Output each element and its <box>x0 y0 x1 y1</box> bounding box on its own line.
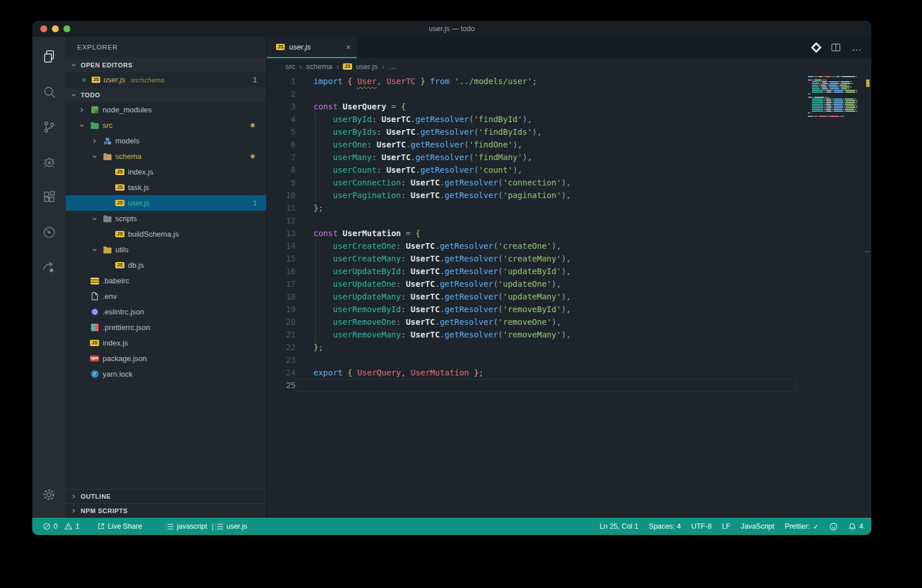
line-number[interactable]: 19 <box>267 303 296 316</box>
breadcrumb-user-js[interactable]: user.js <box>356 62 378 71</box>
line-number[interactable]: 14 <box>267 240 296 252</box>
eol-setting[interactable]: LF <box>722 522 731 530</box>
explorer-icon[interactable] <box>32 43 66 70</box>
line-number[interactable]: 9 <box>267 176 296 189</box>
section-npm-scripts[interactable]: NPM SCRIPTS <box>66 503 266 518</box>
code-line: }; <box>313 341 871 354</box>
tree-item-buildschema-js[interactable]: JSbuildSchema.js <box>66 226 266 242</box>
section-outline[interactable]: OUTLINE <box>66 489 266 503</box>
code-token: ; <box>318 203 323 213</box>
open-editor-user-js[interactable]: × JS user.js src/schema 1 <box>66 72 266 88</box>
line-number[interactable]: 3 <box>267 100 296 113</box>
prettier-status[interactable]: Prettier: ✓ <box>785 522 819 531</box>
line-number[interactable]: 18 <box>267 290 296 303</box>
tree-item-node-modules[interactable]: node_modules <box>66 102 266 117</box>
activity-bar <box>32 37 66 518</box>
live-share-label: Live Share <box>108 522 142 530</box>
code-token <box>313 178 333 187</box>
language-mode[interactable]: JavaScript <box>740 522 774 530</box>
indentation-setting[interactable]: Spaces: 4 <box>649 522 681 530</box>
live-share-activity-icon[interactable] <box>32 253 66 281</box>
tree-item-index-js[interactable]: JSindex.js <box>66 164 266 180</box>
tree-item--prettierrc-json[interactable]: .prettierrc.json <box>66 320 266 335</box>
breadcrumb-symbol[interactable]: … <box>388 62 396 71</box>
tree-item-user-js[interactable]: JSuser.js1 <box>66 195 266 211</box>
tree-item-scripts[interactable]: scripts <box>66 211 266 226</box>
tree-item-yarn-lock[interactable]: yarn.lock <box>66 366 266 382</box>
notifications-bell[interactable]: 4 <box>848 522 863 531</box>
settings-gear-icon[interactable] <box>32 481 66 509</box>
code-editor[interactable]: 1234567891011121314151617181920212223242… <box>267 75 871 518</box>
code-token <box>469 368 474 377</box>
line-number[interactable]: 12 <box>267 214 296 227</box>
problem-badge: 1 <box>253 199 257 207</box>
chevron-spacer <box>77 370 86 379</box>
close-tab-icon[interactable]: × <box>346 42 351 52</box>
line-number[interactable]: 13 <box>267 227 296 240</box>
tree-item-src[interactable]: src <box>66 117 266 133</box>
cursor-position[interactable]: Ln 25, Col 1 <box>599 522 638 530</box>
close-icon[interactable]: × <box>80 75 89 85</box>
javascript-outline-button[interactable]: javascript <box>165 522 207 530</box>
line-number[interactable]: 1 <box>267 75 296 88</box>
code-token: UserTC <box>411 267 440 276</box>
search-icon[interactable] <box>32 78 66 105</box>
line-number[interactable]: 10 <box>267 189 296 202</box>
tree-item-db-js[interactable]: JSdb.js <box>66 257 266 273</box>
problems-status[interactable]: 0 1 <box>43 522 80 530</box>
line-number[interactable]: 5 <box>267 126 296 138</box>
line-number-gutter[interactable]: 1234567891011121314151617181920212223242… <box>267 75 296 518</box>
line-number[interactable]: 4 <box>267 113 296 126</box>
line-number[interactable]: 8 <box>267 164 296 176</box>
debug-icon[interactable] <box>32 148 66 176</box>
line-number[interactable]: 7 <box>267 151 296 164</box>
code-token: : <box>396 317 406 327</box>
chevron-down-icon <box>77 121 86 130</box>
tree-item-task-js[interactable]: JStask.js <box>66 180 266 195</box>
tab-user-js[interactable]: JS user.js × <box>267 37 357 58</box>
breadcrumb-src[interactable]: src <box>285 62 295 71</box>
code-token: : <box>396 241 406 251</box>
line-number[interactable]: 23 <box>267 354 296 366</box>
line-number[interactable]: 17 <box>267 278 296 290</box>
tree-item-package-json[interactable]: npmpackage.json <box>66 351 266 366</box>
line-number[interactable]: 16 <box>267 265 296 278</box>
breadcrumb-schema[interactable]: schema <box>306 62 332 71</box>
source-control-icon[interactable] <box>32 113 66 141</box>
code-token: UserTC <box>381 153 411 162</box>
prettier-icon[interactable] <box>813 44 820 51</box>
tree-item--env[interactable]: .env <box>66 289 266 304</box>
stopwatch-icon[interactable] <box>32 218 66 246</box>
encoding-setting[interactable]: UTF-8 <box>691 522 711 530</box>
code-token: . <box>411 115 415 124</box>
line-number[interactable]: 22 <box>267 341 296 354</box>
line-number[interactable]: 21 <box>267 328 296 341</box>
feedback-smiley-icon[interactable] <box>829 522 838 531</box>
code-token: : <box>377 165 387 174</box>
live-share-button[interactable]: Live Share <box>97 522 142 530</box>
tree-item-index-js[interactable]: JSindex.js <box>66 335 266 351</box>
code-token: ( <box>469 153 474 162</box>
code-token: , <box>401 368 411 377</box>
chevron-right-icon <box>77 105 86 115</box>
line-number[interactable]: 11 <box>267 202 296 214</box>
extensions-icon[interactable] <box>32 183 66 211</box>
more-actions-icon[interactable]: … <box>852 45 862 51</box>
chevron-spacer <box>103 230 112 239</box>
section-open-editors[interactable]: OPEN EDITORS <box>66 58 266 72</box>
line-number[interactable]: 2 <box>267 88 296 100</box>
tree-item--babelrc[interactable]: .babelrc <box>66 273 266 289</box>
section-project[interactable]: TODO <box>66 88 266 102</box>
line-number[interactable]: 24 <box>267 366 296 379</box>
tree-item--eslintrc-json[interactable]: .eslintrc.json <box>66 304 266 320</box>
line-number[interactable]: 15 <box>267 252 296 265</box>
tree-item-schema[interactable]: schema <box>66 149 266 164</box>
line-number[interactable]: 20 <box>267 316 296 328</box>
code-token: : <box>401 292 411 301</box>
file-outline-button[interactable]: user.js <box>215 522 247 530</box>
split-editor-icon[interactable] <box>832 44 840 51</box>
line-number[interactable]: 6 <box>267 138 296 151</box>
tree-item-models[interactable]: models <box>66 133 266 149</box>
line-number[interactable]: 25 <box>267 379 296 392</box>
tree-item-utils[interactable]: utils <box>66 242 266 257</box>
